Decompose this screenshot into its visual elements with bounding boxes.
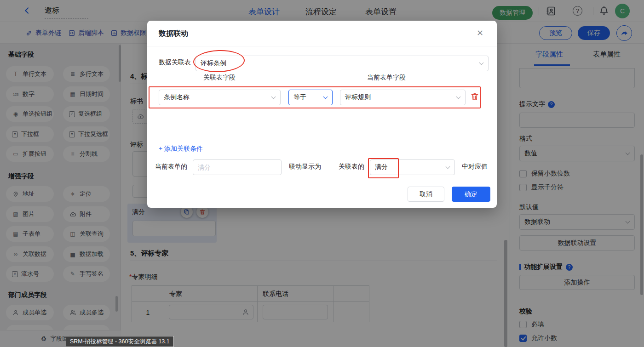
modal-title: 数据联动	[159, 29, 188, 39]
column-header-current-field: 当前表单字段	[367, 74, 406, 82]
corresponding-value-label: 中对应值	[462, 163, 488, 171]
chevron-down-icon	[271, 95, 276, 99]
add-condition-link[interactable]: + 添加关联条件	[159, 145, 203, 153]
confirm-button[interactable]: 确定	[452, 187, 490, 202]
modal-title-divider	[147, 46, 497, 46]
column-header-related-field: 关联表字段	[203, 74, 236, 82]
delete-condition-icon[interactable]	[470, 92, 479, 101]
current-form-field-input[interactable]	[193, 159, 282, 175]
chevron-down-icon	[446, 165, 450, 169]
current-form-label: 当前表单的	[155, 163, 187, 171]
browser-status-tooltip: SRM-招投标管理 - 360安全浏览器 13.1	[66, 336, 174, 347]
data-linkage-modal: 数据联动 ✕ 数据关联表 评标条例 关联表字段 当前表单字段 条例名称 等于 评…	[147, 21, 497, 208]
relation-table-label: 数据关联表	[159, 58, 191, 67]
form-designer-app: 邀标 表单设计 流程设定 表单设置 数据管理 ? C 表单外链 后端脚本 数据权…	[0, 0, 644, 347]
annotation-related-field-box	[368, 158, 399, 178]
operator-value: 等于	[293, 93, 306, 102]
chevron-down-icon	[479, 61, 484, 65]
related-field-value: 条例名称	[164, 93, 190, 102]
chevron-down-icon	[456, 95, 461, 99]
cancel-button[interactable]: 取消	[408, 187, 444, 202]
related-field-select[interactable]: 条例名称	[159, 90, 281, 105]
related-table-label: 关联表的	[339, 163, 364, 171]
display-as-label: 联动显示为	[289, 163, 321, 171]
chevron-down-icon	[323, 95, 328, 99]
operator-select[interactable]: 等于	[288, 90, 333, 105]
current-field-value: 评标规则	[345, 93, 371, 102]
current-field-select[interactable]: 评标规则	[340, 90, 466, 105]
close-icon[interactable]: ✕	[477, 28, 483, 38]
